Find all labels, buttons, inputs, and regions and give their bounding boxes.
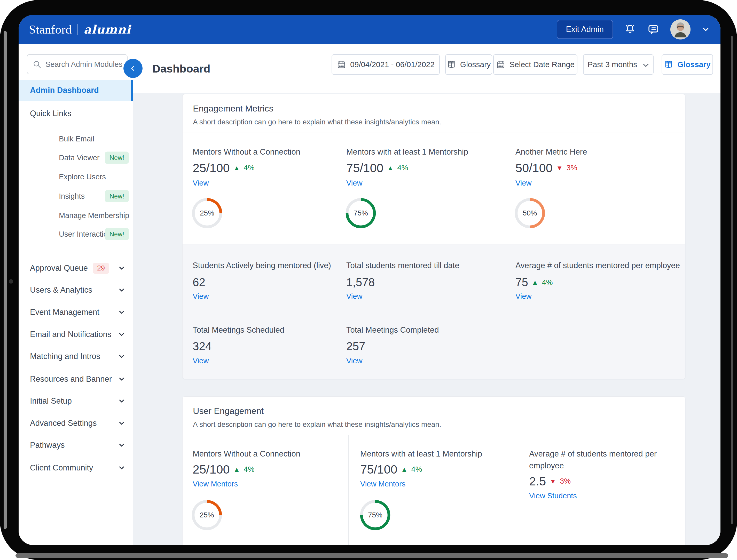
device-edge-left <box>4 31 7 529</box>
chevron-down-icon <box>118 397 125 405</box>
chevron-down-icon <box>118 353 125 360</box>
stats-rows: Students Actively being mentored (live) … <box>182 244 685 379</box>
donut-chart: 75% <box>344 197 377 230</box>
sidebar-item-client-community[interactable]: Client Community <box>30 461 128 474</box>
sidebar-item-bulk-email[interactable]: Bulk Email <box>59 133 133 145</box>
metric-title-line2: employee <box>529 461 564 470</box>
sidebar-collapse-button[interactable] <box>123 59 142 78</box>
chevron-down-icon <box>118 286 125 294</box>
view-mentors-link[interactable]: View Mentors <box>193 480 238 488</box>
brand-divider <box>77 24 78 35</box>
view-link[interactable]: View <box>193 292 209 301</box>
stat-title: Total students mentored till date <box>346 261 460 270</box>
notifications-bell-icon[interactable] <box>624 23 636 36</box>
metric-title: Mentors with at least 1 Mentorship <box>346 147 468 157</box>
stat-title: Average # of students mentored per emplo… <box>516 261 680 270</box>
donut-percentage-label: 50% <box>513 197 547 230</box>
view-link[interactable]: View <box>516 292 532 301</box>
chevron-down-icon <box>118 375 125 383</box>
trend-down-icon <box>556 165 563 171</box>
trend-up-icon <box>532 279 539 286</box>
sidebar-item-approval-queue[interactable]: Approval Queue 29 <box>30 262 128 275</box>
search-input[interactable] <box>45 60 122 69</box>
chevron-down-icon <box>118 264 125 272</box>
stat-value: 75 4% <box>516 276 553 289</box>
view-students-link[interactable]: View Students <box>529 492 577 500</box>
metric-value: 50/100 3% <box>516 161 577 175</box>
donut-percentage-label: 25% <box>190 499 223 532</box>
donut-chart: 25% <box>190 499 223 532</box>
device-camera-dot <box>9 279 13 284</box>
metric-title: Mentors Without a Connection <box>193 449 300 459</box>
metric-value: 75/100 4% <box>346 161 408 175</box>
stat-title: Students Actively being mentored (live) <box>193 261 331 270</box>
sidebar-item-admin-dashboard[interactable]: Admin Dashboard <box>19 80 133 101</box>
messages-chat-icon[interactable] <box>647 23 660 36</box>
glossary-button[interactable]: Glossary <box>445 54 492 75</box>
sidebar-item-manage-membership[interactable]: Manage Membership <box>59 210 133 221</box>
book-icon <box>664 60 673 69</box>
donut-percentage-label: 75% <box>344 197 377 230</box>
view-link[interactable]: View <box>346 357 362 365</box>
view-link[interactable]: View <box>193 357 209 365</box>
chevron-down-icon <box>118 308 125 316</box>
chevron-left-icon <box>129 65 137 72</box>
sidebar-item-resources-banner[interactable]: Resources and Banner <box>30 373 128 386</box>
search-icon <box>33 60 41 69</box>
donut-chart: 25% <box>190 197 224 230</box>
admin-sidebar: Admin Dashboard Quick Links Bulk Email D… <box>19 44 133 545</box>
account-menu-chevron-down-icon[interactable] <box>701 25 710 34</box>
dashboard-content: Engagement Metrics A short description c… <box>133 93 720 545</box>
sidebar-item-user-interactions[interactable]: User InteractionsNew! <box>59 228 133 240</box>
sidebar-item-users-analytics[interactable]: Users & Analytics <box>30 284 128 297</box>
exit-admin-button[interactable]: Exit Admin <box>557 20 613 39</box>
sidebar-item-initial-setup[interactable]: Initial Setup <box>30 395 128 407</box>
view-link[interactable]: View <box>346 292 362 301</box>
admin-module-search[interactable] <box>27 54 128 74</box>
user-engagement-card: User Engagement A short description can … <box>182 396 685 545</box>
sidebar-item-insights[interactable]: InsightsNew! <box>59 190 133 202</box>
sidebar-item-pathways[interactable]: Pathways <box>30 439 128 452</box>
sidebar-item-data-viewer[interactable]: Data ViewerNew! <box>59 152 133 164</box>
brand-stanford: Stanford <box>29 22 72 36</box>
metric-title: Another Metric Here <box>516 147 587 157</box>
stat-title: Total Meetings Completed <box>346 325 439 335</box>
stat-value: 62 <box>193 276 205 289</box>
calendar-icon <box>337 60 346 69</box>
trend-up-icon <box>233 165 240 171</box>
view-link[interactable]: View <box>346 179 362 187</box>
calendar-icon <box>496 60 505 69</box>
view-link[interactable]: View <box>193 179 209 187</box>
book-icon <box>447 60 456 69</box>
trend-up-icon <box>233 466 240 473</box>
period-selector-dropdown[interactable]: Past 3 months <box>583 54 654 75</box>
sidebar-item-matching-intros[interactable]: Matching and Intros <box>30 350 128 363</box>
view-mentors-link[interactable]: View Mentors <box>360 480 406 488</box>
metric-value: 75/100 4% <box>360 462 422 476</box>
user-avatar[interactable] <box>670 19 691 39</box>
sidebar-item-event-management[interactable]: Event Management <box>30 306 128 319</box>
chevron-down-icon <box>118 419 125 427</box>
chevron-down-icon <box>118 331 125 338</box>
section-description: A short description can go here to expla… <box>193 118 441 126</box>
section-description: A short description can go here to expla… <box>193 420 441 429</box>
stat-value: 1,578 <box>346 276 375 289</box>
sidebar-item-explore-users[interactable]: Explore Users <box>59 171 133 183</box>
stat-value: 257 <box>346 340 365 353</box>
view-link[interactable]: View <box>516 179 532 187</box>
select-date-range-button[interactable]: Select Date Range <box>493 54 577 75</box>
metric-title: Mentors with at least 1 Mentorship <box>360 449 482 459</box>
metric-title-line1: Average # of students mentored per <box>529 449 657 459</box>
metric-value: 25/100 4% <box>193 161 254 175</box>
app-window: Stanford alumni Exit Admin <box>19 15 720 545</box>
sidebar-item-email-notifications[interactable]: Email and Notifications <box>30 328 128 341</box>
page-title: Dashboard <box>152 62 210 75</box>
metric-value: 2.5 3% <box>529 474 571 488</box>
donut-chart: 50% <box>513 197 547 230</box>
glossary-link-button[interactable]: Glossary <box>662 54 713 75</box>
trend-up-icon <box>387 165 394 171</box>
new-badge: New! <box>105 228 129 240</box>
chevron-down-icon <box>641 61 649 68</box>
date-range-button[interactable]: 09/04/2021 - 06/01/2022 <box>331 54 440 75</box>
sidebar-item-advanced-settings[interactable]: Advanced Settings <box>30 417 128 430</box>
